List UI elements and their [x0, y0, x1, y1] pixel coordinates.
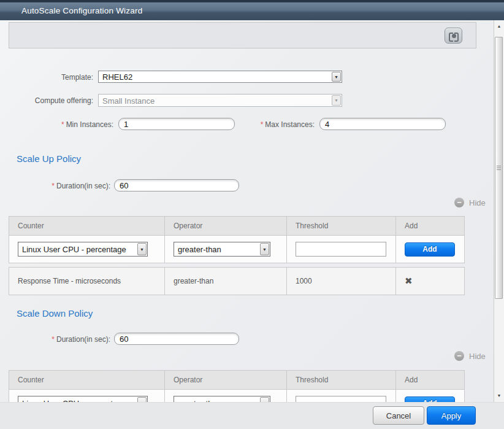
editor-row: Linux User CPU - percentage ▼ greater-th… [9, 390, 465, 403]
required-marker: * [52, 182, 55, 190]
chevron-down-icon[interactable]: ▼ [260, 243, 269, 255]
toggle-view-button[interactable] [445, 28, 462, 44]
scaledown-hide-label[interactable]: Hide [469, 352, 486, 361]
chevron-down-icon: ▼ [332, 95, 341, 106]
scaleup-add-button[interactable]: Add [405, 242, 455, 257]
min-instances-input[interactable] [118, 118, 235, 130]
min-instances-label: *Min Instances: [0, 120, 113, 129]
col-header-add: Add [396, 371, 465, 390]
apply-button[interactable]: Apply [427, 406, 476, 425]
col-header-threshold: Threshold [287, 217, 396, 236]
scrollbar-thumb[interactable] [495, 37, 503, 299]
chevron-down-icon[interactable]: ▼ [332, 72, 341, 82]
scaleup-operator-select[interactable]: greater-than ▼ [174, 242, 270, 257]
toggle-view-icon [449, 33, 459, 39]
autoscale-wizard-window: { "window": { "title": "AutoScale Config… [0, 0, 504, 429]
scaleup-counter-select[interactable]: Linux User CPU - percentage ▼ [18, 242, 148, 257]
editor-row: Linux User CPU - percentage ▼ greater-th… [9, 236, 465, 263]
scaleup-threshold-input[interactable] [296, 242, 386, 257]
scaledown-duration-label: *Duration(in sec): [0, 335, 110, 344]
scaledown-add-button[interactable]: Add [405, 396, 455, 403]
wizard-content: Template: RHEL62 ▼ Compute offering: Sma… [0, 20, 504, 402]
compute-offering-select: Small Instance ▼ [98, 94, 342, 107]
required-marker: * [52, 335, 55, 344]
scrollbar-grip-icon [497, 166, 501, 171]
table-header-row: Counter Operator Threshold Add [9, 371, 465, 390]
max-instances-label: *Max Instances: [245, 120, 315, 129]
scroll-up-icon[interactable]: ▲ [494, 20, 504, 33]
scaledown-hide-toggle[interactable]: − Hide [454, 351, 486, 361]
row-counter: Response Time - microseconds [9, 268, 165, 295]
required-marker: * [61, 120, 64, 129]
zone-panel [9, 22, 476, 48]
scaledown-threshold-input[interactable] [296, 396, 386, 402]
operator-select-value: greater-than [174, 244, 259, 254]
minus-circle-icon[interactable]: − [454, 198, 464, 207]
col-header-operator: Operator [165, 217, 287, 236]
scale-up-policy-title: Scale Up Policy [17, 153, 81, 164]
max-instances-input[interactable] [319, 118, 446, 130]
template-select[interactable]: RHEL62 ▼ [98, 71, 342, 83]
compute-offering-label: Compute offering: [0, 96, 93, 105]
dialog-footer: Cancel Apply [0, 402, 504, 429]
required-marker: * [261, 120, 264, 129]
cancel-button[interactable]: Cancel [373, 406, 424, 425]
row-threshold: 1000 [287, 268, 396, 295]
compute-offering-value: Small Instance [99, 96, 331, 106]
chevron-down-icon[interactable]: ▼ [137, 397, 147, 402]
scaledown-condition-table: Counter Operator Threshold Add Linux Use… [9, 370, 465, 402]
delete-condition-icon[interactable]: ✖ [405, 276, 413, 287]
scaledown-duration-input[interactable] [114, 333, 239, 345]
scaledown-operator-select[interactable]: greater-than ▼ [174, 396, 270, 402]
col-header-counter: Counter [9, 371, 165, 390]
col-header-operator: Operator [165, 371, 287, 390]
row-operator: greater-than [165, 268, 287, 295]
scaleup-duration-label: *Duration(in sec): [0, 182, 110, 190]
minus-circle-icon[interactable]: − [454, 351, 464, 361]
vertical-scrollbar[interactable]: ▲ ▼ [494, 20, 504, 402]
scaleup-condition-list: Response Time - microseconds greater-tha… [9, 267, 465, 295]
chevron-down-icon[interactable]: ▼ [137, 243, 147, 255]
col-header-threshold: Threshold [287, 371, 396, 390]
col-header-counter: Counter [9, 217, 165, 236]
scaleup-hide-label[interactable]: Hide [469, 198, 486, 207]
template-label: Template: [0, 73, 93, 82]
scaleup-hide-toggle[interactable]: − Hide [454, 198, 486, 207]
scaledown-counter-select[interactable]: Linux User CPU - percentage ▼ [18, 396, 148, 402]
titlebar: AutoScale Configuration Wizard [0, 0, 504, 20]
table-header-row: Counter Operator Threshold Add [9, 217, 465, 236]
chevron-down-icon[interactable]: ▼ [260, 397, 269, 402]
window-title: AutoScale Configuration Wizard [21, 2, 142, 20]
scaleup-duration-input[interactable] [114, 179, 239, 191]
col-header-add: Add [396, 217, 465, 236]
counter-select-value: Linux User CPU - percentage [18, 244, 137, 254]
scale-down-policy-title: Scale Down Policy [17, 308, 93, 319]
table-row: Response Time - microseconds greater-tha… [9, 268, 465, 295]
scaleup-condition-table: Counter Operator Threshold Add Linux Use… [9, 216, 465, 263]
template-select-value: RHEL62 [99, 72, 331, 82]
scroll-down-icon[interactable]: ▼ [494, 390, 504, 402]
